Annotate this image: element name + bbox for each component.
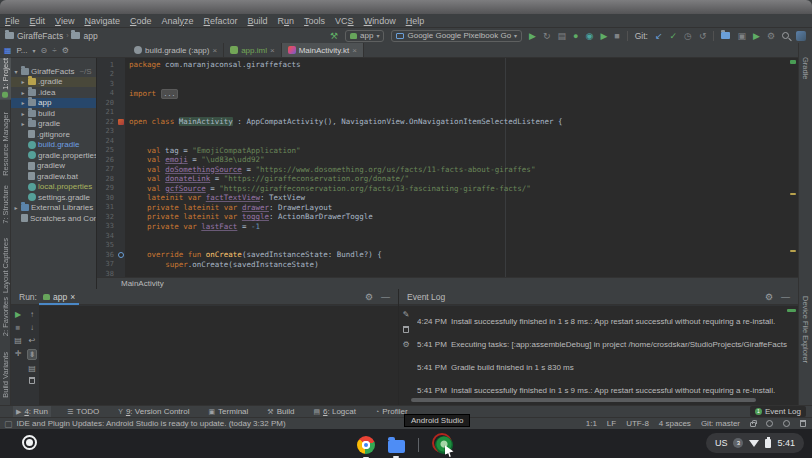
tool-window-button-layout-captures[interactable]: Layout Captures — [0, 238, 11, 293]
chevron-right-icon[interactable]: ▸ — [20, 120, 26, 127]
code-line-28[interactable]: 28 val donateLink = "https://giraffecons… — [97, 174, 798, 184]
tool-window-button-9-version-control[interactable]: Y9: Version Control — [115, 406, 192, 418]
status-segment-1-1[interactable]: 1:1 — [586, 419, 597, 428]
code-line-29[interactable]: 29 val gcfSource = "https://giraffeconse… — [97, 184, 798, 194]
status-segment-git-master[interactable]: Git: master — [701, 419, 740, 428]
code-line-30[interactable]: 30 lateinit var factTextView: TextView — [97, 193, 798, 203]
status-segment-utf-8[interactable]: UTF-8 — [626, 419, 649, 428]
code-line-25[interactable]: 25 val tag = "EmojiCompatApplication" — [97, 146, 798, 156]
code-line-37[interactable]: 37 super.onCreate(savedInstanceState) — [97, 260, 798, 270]
menu-item-navigate[interactable]: Navigate — [79, 16, 125, 26]
code-line-22[interactable]: 22open class MainActivity : AppCompatAct… — [97, 117, 798, 127]
build-hammer-icon[interactable]: ⚒ — [330, 31, 338, 41]
event-log-body[interactable]: ✎ ⚙ 4:24 PMInstall successfully finished… — [399, 306, 798, 405]
tool-window-button-terminal[interactable]: ▣Terminal — [205, 406, 251, 418]
git-rollback-icon[interactable]: ↺ — [699, 31, 707, 41]
project-view-selector[interactable]: P... — [17, 46, 28, 55]
tab-app-iml[interactable]: app.iml× — [224, 43, 281, 57]
pin-tab-icon[interactable]: ✛ — [15, 349, 22, 358]
code-line-31[interactable]: 31 private lateinit var drawer: DrawerLa… — [97, 203, 798, 213]
tool-window-button-build-variants[interactable]: Build Variants — [0, 352, 11, 398]
clear-log-icon[interactable] — [403, 326, 409, 333]
tool-window-button-device-file-explorer[interactable]: Device File Explorer — [801, 296, 810, 363]
log-settings-icon[interactable]: ⚙ — [402, 340, 409, 349]
tree-item--gitignore[interactable]: .gitignore — [11, 129, 96, 140]
scroll-to-end-icon[interactable]: ⇟ — [27, 349, 38, 360]
run-configuration-select[interactable]: app ▾ — [345, 30, 384, 42]
event-log-status-button[interactable]: 1 Event Log — [750, 406, 806, 417]
code-line-34[interactable]: 34 — [97, 231, 798, 241]
menu-item-code[interactable]: Code — [125, 16, 157, 26]
tool-window-button-gradle[interactable]: Gradle — [801, 57, 810, 80]
warning-stripe-marker[interactable] — [790, 250, 796, 252]
tool-window-button-1-project[interactable]: 1: Project — [0, 58, 11, 100]
code-line-27[interactable]: 27 val doSomethingSource = "https://www.… — [97, 165, 798, 175]
menu-item-analyze[interactable]: Analyze — [156, 16, 198, 26]
avd-manager-icon[interactable]: ▶ — [753, 31, 760, 41]
tree-item-gradlew[interactable]: gradlew — [11, 161, 96, 172]
profile-avatar-icon[interactable] — [796, 31, 806, 41]
hide-panel-icon[interactable]: — — [781, 292, 790, 302]
close-tab-icon[interactable]: × — [270, 46, 275, 55]
breadcrumb-module[interactable]: app — [83, 31, 97, 41]
git-history-icon[interactable]: ◷ — [684, 31, 692, 41]
menu-item-file[interactable]: File — [0, 16, 25, 26]
tree-item-build-gradle[interactable]: build.gradle — [11, 140, 96, 151]
code-line-26[interactable]: 26 val emoji = "\ud83e\udd92" — [97, 155, 798, 165]
chevron-right-icon[interactable]: ▸ — [20, 99, 26, 106]
project-view-icon[interactable]: ▦ — [4, 46, 12, 55]
class-gutter-icon[interactable] — [118, 119, 124, 125]
chevron-right-icon[interactable]: ▸ — [20, 110, 26, 117]
divider-icon[interactable]: ÷ — [52, 46, 56, 55]
window-titlebar[interactable] — [0, 0, 812, 14]
dump-threads-icon[interactable] — [800, 420, 806, 427]
close-icon[interactable]: × — [70, 292, 75, 302]
tree-item--idea[interactable]: ▸.idea — [11, 87, 96, 98]
rerun-icon[interactable]: ▶ — [15, 310, 21, 319]
code-line-24[interactable]: 24 — [97, 136, 798, 146]
menu-item-tools[interactable]: Tools — [299, 16, 330, 26]
run-with-coverage-icon[interactable]: ▤ — [558, 31, 567, 41]
lock-icon[interactable] — [750, 422, 756, 427]
code-line-2[interactable]: 2 — [97, 70, 798, 80]
tree-item-app[interactable]: ▸app — [11, 98, 96, 109]
feedback-smiley-icon[interactable] — [783, 420, 790, 427]
git-update-icon[interactable]: ↙ — [655, 31, 663, 41]
horizontal-scrollbar[interactable] — [411, 398, 756, 402]
warning-stripe-marker[interactable] — [790, 193, 796, 195]
run-button[interactable]: ▶ — [529, 31, 536, 41]
device-manager-icon[interactable]: ▣ — [737, 31, 746, 41]
override-method-icon[interactable] — [118, 252, 124, 258]
stop-icon[interactable]: ■ — [16, 323, 21, 332]
tool-window-button-resource-manager[interactable]: Resource Manager — [0, 112, 11, 176]
apply-changes-icon[interactable]: ↻ — [543, 31, 551, 41]
tool-window-button-7-structure[interactable]: 7: Structure — [0, 185, 11, 224]
menu-item-vcs[interactable]: VCS — [330, 16, 359, 26]
menu-item-run[interactable]: Run — [273, 16, 300, 26]
code-line-32[interactable]: 32 private lateinit var toggle: ActionBa… — [97, 212, 798, 222]
code-line-35[interactable]: 35 — [97, 241, 798, 251]
run-tab-app[interactable]: app × — [37, 289, 81, 305]
menu-item-refactor[interactable]: Refactor — [199, 16, 243, 26]
soft-wrap-icon[interactable]: ↩ — [29, 336, 36, 345]
code-line-20[interactable]: 20 — [97, 98, 798, 108]
menu-item-build[interactable]: Build — [243, 16, 273, 26]
restore-layout-icon[interactable]: ▤ — [14, 336, 22, 345]
device-select[interactable]: Google Google Pixelbook Go ▾ — [391, 30, 522, 42]
tool-window-button-2-favorites[interactable]: 2: Favorites — [0, 297, 11, 336]
tree-item-external-libraries[interactable]: ▸External Libraries — [11, 203, 96, 214]
tree-item-build[interactable]: ▸build — [11, 108, 96, 119]
files-app[interactable] — [388, 437, 405, 453]
breadcrumb-project[interactable]: GiraffeFacts — [17, 31, 63, 41]
debug-icon[interactable]: ● — [573, 31, 578, 41]
sync-project-icon[interactable] — [721, 32, 730, 39]
code-line-23[interactable]: 23 — [97, 127, 798, 137]
menu-item-view[interactable]: View — [50, 16, 79, 26]
code-line-3[interactable]: 3 — [97, 79, 798, 89]
chevron-right-icon[interactable]: ▸ — [20, 78, 26, 85]
sdk-manager-icon[interactable]: ⚙ — [767, 31, 775, 41]
git-commit-icon[interactable]: ✓ — [670, 31, 678, 41]
code-line-38[interactable]: 38 — [97, 269, 798, 277]
chevron-right-icon[interactable]: ▸ — [20, 89, 26, 96]
tool-window-button-build[interactable]: ⚒Build — [264, 406, 297, 418]
